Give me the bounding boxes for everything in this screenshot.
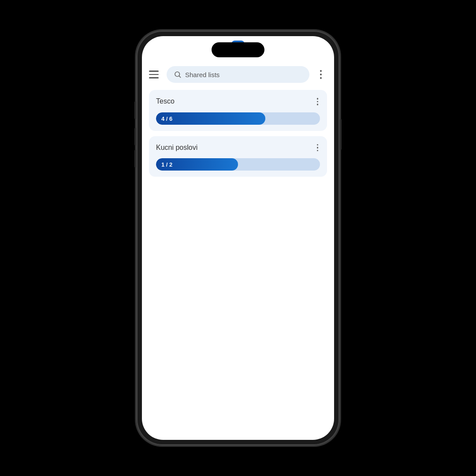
list-card-kucni-poslovi[interactable]: Kucni poslovi 1 / 2 <box>149 136 327 177</box>
header-more-button[interactable] <box>315 68 327 81</box>
svg-line-1 <box>179 76 180 77</box>
progress-bar-tesco: 4 / 6 <box>156 112 320 125</box>
list-title-kucni-poslovi: Kucni poslovi <box>156 144 197 152</box>
more-dot-3 <box>320 77 322 79</box>
phone-screen: Shared lists Tesco <box>142 36 334 440</box>
list-more-dot-2 <box>317 101 319 103</box>
progress-label-kucni-poslovi: 1 / 2 <box>161 161 172 168</box>
search-bar[interactable]: Shared lists <box>167 66 309 83</box>
list-card-header-tesco: Tesco <box>156 96 320 107</box>
menu-line-2 <box>149 74 159 75</box>
list-more-dot-1 <box>317 98 319 100</box>
progress-bar-kucni-poslovi: 1 / 2 <box>156 158 320 171</box>
list-more-button-tesco[interactable] <box>315 96 320 107</box>
list-title-tesco: Tesco <box>156 97 175 105</box>
top-bar: Shared lists <box>142 63 334 88</box>
search-placeholder-text: Shared lists <box>185 71 219 78</box>
progress-label-tesco: 4 / 6 <box>161 115 172 122</box>
list-more-dot-k3 <box>317 150 319 152</box>
menu-line-1 <box>149 71 159 72</box>
list-card-header-kucni-poslovi: Kucni poslovi <box>156 142 320 153</box>
menu-button[interactable] <box>149 68 161 81</box>
dynamic-island <box>212 42 264 57</box>
more-dot-2 <box>320 74 322 75</box>
phone-frame: Shared lists Tesco <box>137 31 339 445</box>
more-dot-1 <box>320 70 322 72</box>
list-more-button-kucni-poslovi[interactable] <box>315 142 320 153</box>
menu-line-3 <box>149 77 159 78</box>
phone-device: Shared lists Tesco <box>137 31 339 445</box>
search-icon <box>174 71 182 78</box>
list-card-tesco[interactable]: Tesco 4 / 6 <box>149 90 327 131</box>
lists-container: Tesco 4 / 6 Kucni po <box>142 88 334 184</box>
list-more-dot-3 <box>317 104 319 105</box>
list-more-dot-k2 <box>317 147 319 149</box>
list-more-dot-k1 <box>317 144 319 146</box>
